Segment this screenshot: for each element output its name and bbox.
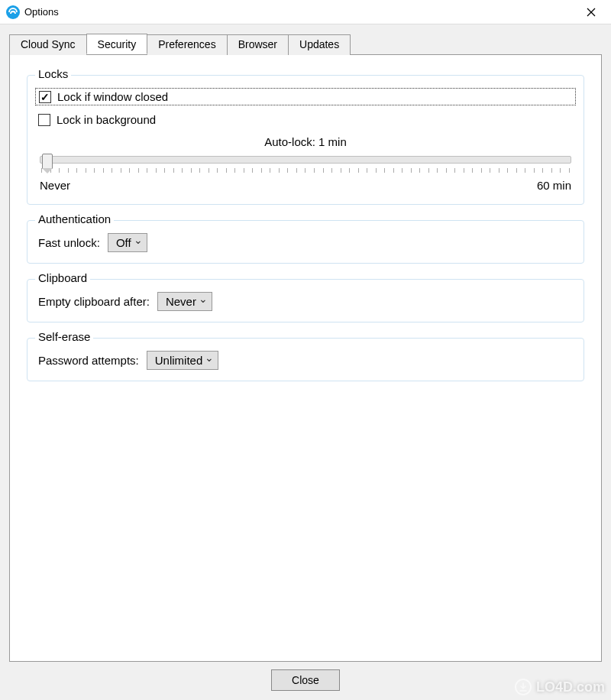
checkbox-lock-in-background[interactable]: Lock in background bbox=[38, 113, 573, 126]
checkbox-lock-window-closed[interactable]: Lock if window closed bbox=[35, 88, 576, 105]
password-attempts-select[interactable]: Unlimited bbox=[147, 351, 219, 370]
app-icon bbox=[6, 5, 20, 19]
dialog-footer: Close bbox=[9, 662, 602, 691]
empty-clipboard-label: Empty clipboard after: bbox=[38, 295, 150, 308]
tab-container: Cloud Sync Security Preferences Browser … bbox=[9, 34, 602, 662]
tab-security[interactable]: Security bbox=[86, 34, 148, 54]
slider-thumb[interactable] bbox=[42, 154, 53, 169]
fast-unlock-select[interactable]: Off bbox=[108, 233, 147, 252]
slider-ticks bbox=[40, 168, 571, 173]
tab-browser[interactable]: Browser bbox=[227, 34, 289, 55]
autolock-value-label: Auto-lock: 1 min bbox=[38, 135, 573, 148]
group-self-erase: Self-erase Password attempts: Unlimited bbox=[27, 338, 584, 381]
slider-max-label: 60 min bbox=[537, 179, 571, 192]
autolock-slider[interactable]: Never 60 min bbox=[40, 156, 571, 192]
group-locks: Locks Lock if window closed Lock in back… bbox=[27, 75, 584, 205]
fast-unlock-label: Fast unlock: bbox=[38, 236, 100, 249]
group-auth-legend: Authentication bbox=[35, 212, 114, 225]
checkbox-icon bbox=[39, 91, 51, 103]
slider-track[interactable] bbox=[40, 156, 571, 164]
slider-range-labels: Never 60 min bbox=[40, 179, 571, 192]
empty-clipboard-value: Never bbox=[166, 295, 196, 308]
dialog-body: Cloud Sync Security Preferences Browser … bbox=[0, 24, 611, 700]
close-icon bbox=[587, 8, 596, 17]
checkbox-label: Lock if window closed bbox=[57, 90, 168, 103]
group-authentication: Authentication Fast unlock: Off bbox=[27, 220, 584, 264]
close-button[interactable]: Close bbox=[271, 669, 340, 691]
group-clipboard: Clipboard Empty clipboard after: Never bbox=[27, 279, 584, 322]
password-attempts-value: Unlimited bbox=[155, 354, 203, 367]
checkbox-label: Lock in background bbox=[57, 113, 156, 126]
window-title: Options bbox=[24, 6, 574, 18]
tab-row: Cloud Sync Security Preferences Browser … bbox=[9, 34, 602, 54]
titlebar: Options bbox=[0, 0, 611, 24]
tab-panel-security: Locks Lock if window closed Lock in back… bbox=[9, 54, 602, 662]
group-clipboard-legend: Clipboard bbox=[35, 271, 90, 284]
tab-cloud-sync[interactable]: Cloud Sync bbox=[9, 34, 87, 55]
tab-updates[interactable]: Updates bbox=[288, 34, 351, 55]
checkbox-icon bbox=[38, 114, 50, 126]
group-selferase-legend: Self-erase bbox=[35, 330, 93, 343]
group-locks-legend: Locks bbox=[35, 67, 71, 80]
slider-min-label: Never bbox=[40, 179, 70, 192]
fast-unlock-value: Off bbox=[116, 236, 131, 249]
password-attempts-label: Password attempts: bbox=[38, 354, 139, 367]
tab-preferences[interactable]: Preferences bbox=[147, 34, 227, 55]
window-close-button[interactable] bbox=[574, 2, 608, 23]
empty-clipboard-select[interactable]: Never bbox=[157, 292, 212, 311]
